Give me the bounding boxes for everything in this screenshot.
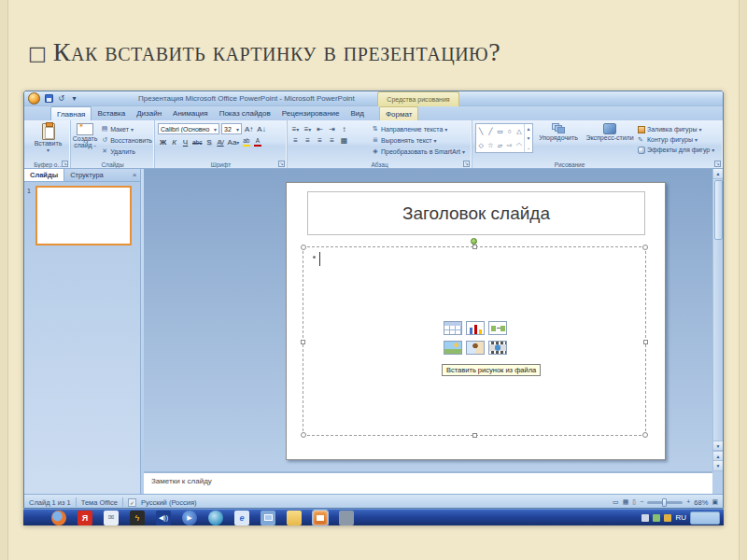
language-indicator[interactable]: Русский (Россия): [141, 498, 197, 507]
justify-button[interactable]: ≡: [327, 134, 337, 146]
fit-to-window-icon[interactable]: ▣: [712, 497, 718, 507]
underline-button[interactable]: Ч: [180, 136, 190, 147]
folder-icon[interactable]: [287, 511, 302, 525]
font-size-combobox[interactable]: 32 ▾: [221, 123, 242, 134]
shape-outline-button[interactable]: ✎ Контур фигуры ▾: [636, 134, 714, 145]
pane-tab-outline[interactable]: Структура: [64, 169, 109, 181]
resize-handle[interactable]: [642, 432, 648, 438]
align-right-button[interactable]: ≡: [315, 134, 325, 146]
save-icon[interactable]: [45, 94, 53, 103]
resize-handle[interactable]: [472, 245, 477, 249]
yandex-icon[interactable]: Я: [78, 511, 92, 525]
qat-dropdown-icon[interactable]: ▾: [69, 93, 79, 104]
insert-picture-icon[interactable]: [444, 341, 462, 355]
zoom-in-icon[interactable]: +: [686, 497, 690, 507]
title-placeholder[interactable]: Заголовок слайда: [307, 191, 645, 235]
decrease-indent-button[interactable]: ⇤: [315, 123, 325, 134]
dialog-launcher-icon[interactable]: ↘: [714, 161, 721, 167]
clock-area[interactable]: [690, 511, 720, 525]
bold-button[interactable]: Ж: [158, 136, 168, 147]
scroll-down-icon[interactable]: ▼: [713, 441, 724, 451]
tray-icon[interactable]: [641, 514, 649, 522]
pane-tab-slides[interactable]: Слайды: [24, 169, 64, 181]
slide-sorter-icon[interactable]: ▦: [623, 497, 629, 507]
font-name-combobox[interactable]: Calibri (Основно ▾: [158, 123, 219, 134]
convert-smartart-button[interactable]: ◈ Преобразовать в SmartArt ▾: [370, 146, 467, 157]
align-text-button[interactable]: ≣ Выровнять текст ▾: [370, 134, 467, 146]
columns-button[interactable]: ▦: [339, 134, 349, 146]
line-spacing-button[interactable]: ↕: [339, 123, 349, 134]
slide-thumbnail[interactable]: [35, 186, 132, 245]
italic-button[interactable]: К: [169, 136, 179, 147]
notes-placeholder[interactable]: Заметки к слайду: [144, 471, 712, 494]
delete-slide-button[interactable]: ✕ Удалить: [99, 146, 154, 157]
rotate-handle[interactable]: [471, 238, 477, 245]
insert-clipart-icon[interactable]: [466, 341, 485, 355]
tab-animation[interactable]: Анимация: [167, 106, 214, 120]
slideshow-icon[interactable]: ▯: [632, 497, 636, 507]
tray-icon[interactable]: [653, 514, 660, 522]
speaker-icon[interactable]: ◀)): [156, 511, 171, 525]
align-center-button[interactable]: ≡: [303, 134, 313, 146]
slide-editing-surface[interactable]: Заголовок слайда: [286, 182, 666, 460]
tab-view[interactable]: Вид: [345, 106, 370, 120]
internet-explorer-icon[interactable]: e: [234, 511, 249, 525]
spellcheck-icon[interactable]: ✓: [128, 498, 136, 507]
zoom-slider[interactable]: [647, 501, 683, 504]
change-case-button[interactable]: Аа▾: [226, 136, 240, 147]
text-direction-button[interactable]: ⇅ Направление текста ▾: [370, 123, 467, 134]
new-slide-button[interactable]: Создать слайд -: [71, 120, 99, 158]
grow-font-button[interactable]: А↑: [244, 123, 254, 134]
tab-review[interactable]: Рецензирование: [276, 106, 345, 120]
strikethrough-button[interactable]: abc: [191, 136, 203, 147]
shape-fill-button[interactable]: Заливка фигуры ▾: [636, 124, 714, 134]
tray-icon[interactable]: [664, 514, 671, 522]
shapes-gallery-scroll[interactable]: ▲ ▼ ⌄: [524, 124, 532, 152]
resize-handle[interactable]: [301, 340, 305, 344]
quick-styles-button[interactable]: Экспресс-стили: [584, 120, 636, 158]
pane-close-icon[interactable]: ×: [129, 169, 140, 181]
tab-home[interactable]: Главная: [50, 106, 92, 120]
firefox-icon[interactable]: [51, 511, 66, 525]
insert-table-icon[interactable]: [444, 321, 462, 335]
resize-handle[interactable]: [643, 340, 648, 344]
font-color-button[interactable]: А: [252, 136, 262, 147]
dialog-launcher-icon[interactable]: ↘: [62, 161, 68, 167]
tab-slideshow[interactable]: Показ слайдов: [214, 106, 276, 120]
increase-indent-button[interactable]: ⇥: [327, 123, 337, 134]
normal-view-icon[interactable]: ▭: [613, 497, 619, 507]
previous-slide-button[interactable]: ▲: [713, 451, 724, 461]
resize-handle[interactable]: [642, 245, 648, 250]
globe-icon[interactable]: [208, 511, 223, 525]
resize-handle[interactable]: [301, 245, 306, 250]
undo-icon[interactable]: ↺: [56, 93, 66, 104]
scrollbar-thumb[interactable]: [714, 180, 723, 240]
content-placeholder[interactable]: Вставить рисунок из файла: [303, 246, 646, 436]
insert-smartart-icon[interactable]: [488, 321, 507, 335]
powerpoint-taskbar-icon[interactable]: [313, 511, 328, 525]
zoom-slider-thumb[interactable]: [662, 498, 667, 507]
language-switcher[interactable]: RU: [675, 513, 686, 522]
vertical-scrollbar[interactable]: ▲ ▼ ▲ ▼: [712, 169, 723, 471]
reset-slide-button[interactable]: ↺ Восстановить: [99, 134, 154, 146]
office-button[interactable]: [28, 92, 40, 105]
arrange-button[interactable]: Упорядочить: [533, 120, 584, 158]
media-player-icon[interactable]: ▶: [182, 511, 197, 525]
bullets-button[interactable]: ≡▾: [290, 123, 301, 134]
tab-design[interactable]: Дизайн: [131, 106, 167, 120]
tools-icon[interactable]: [339, 511, 354, 525]
character-spacing-button[interactable]: AV: [215, 136, 225, 147]
zoom-out-icon[interactable]: −: [640, 497, 643, 507]
shape-effects-button[interactable]: Эффекты для фигур ▾: [636, 145, 714, 155]
next-slide-button[interactable]: ▼: [713, 461, 724, 471]
shrink-font-button[interactable]: А↓: [256, 123, 266, 134]
align-left-button[interactable]: ≡: [290, 134, 301, 146]
scroll-up-icon[interactable]: ▲: [713, 169, 724, 179]
mail-icon[interactable]: ✉: [104, 511, 119, 525]
text-shadow-button[interactable]: S: [204, 136, 214, 147]
lightning-icon[interactable]: ϟ: [130, 511, 145, 525]
highlight-color-button[interactable]: ab: [241, 136, 251, 147]
tab-format[interactable]: Формат: [379, 106, 418, 120]
insert-media-icon[interactable]: [488, 341, 507, 355]
tab-insert[interactable]: Вставка: [92, 106, 131, 120]
